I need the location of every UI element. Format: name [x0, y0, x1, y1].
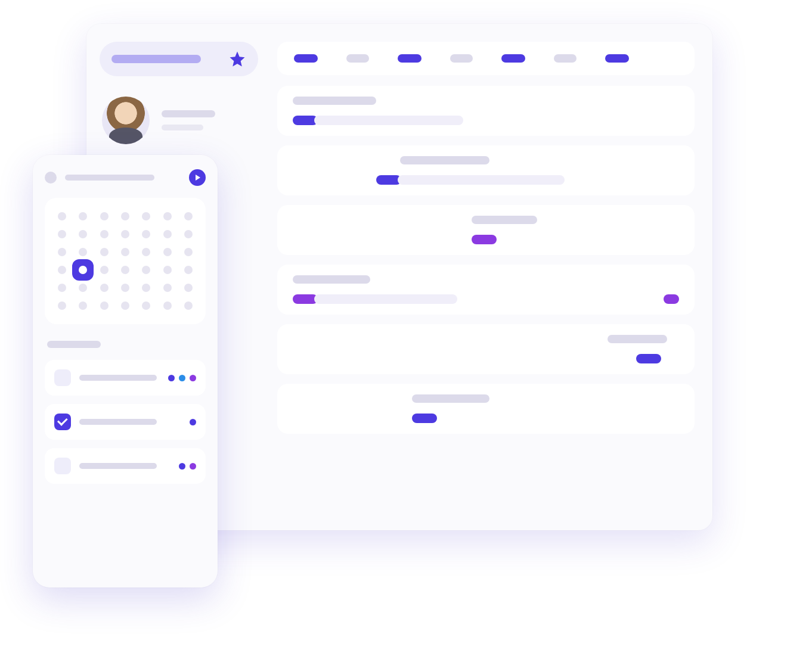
calendar-day[interactable]	[121, 266, 129, 274]
profile-text	[162, 110, 256, 130]
calendar-day[interactable]	[163, 301, 172, 310]
tab[interactable]	[294, 54, 318, 63]
tag-dot	[190, 375, 196, 381]
progress-chip[interactable]	[664, 294, 679, 304]
search-placeholder	[111, 55, 201, 63]
menu-icon[interactable]	[45, 172, 57, 184]
calendar-day[interactable]	[163, 284, 172, 292]
task-card[interactable]	[45, 404, 206, 440]
task-label	[79, 463, 157, 469]
phone-title	[65, 175, 154, 181]
panel-header	[400, 156, 489, 164]
tag-dot	[190, 419, 196, 425]
calendar-day[interactable]	[79, 301, 87, 310]
calendar-day[interactable]	[58, 301, 66, 310]
calendar-day[interactable]	[163, 230, 172, 238]
panel-progress-row	[293, 414, 679, 423]
calendar-day[interactable]	[184, 284, 193, 292]
content-panel	[277, 145, 695, 195]
checkbox-icon[interactable]	[54, 369, 71, 386]
calendar-day[interactable]	[142, 212, 150, 220]
calendar-day[interactable]	[100, 248, 109, 256]
panels-container	[277, 86, 695, 434]
progress-chip[interactable]	[412, 414, 437, 423]
tasks-list	[45, 360, 206, 484]
tab[interactable]	[605, 54, 629, 63]
calendar-day[interactable]	[142, 284, 150, 292]
calendar-day[interactable]	[121, 230, 129, 238]
calendar-day[interactable]	[121, 248, 129, 256]
tab[interactable]	[501, 54, 525, 63]
profile-row[interactable]	[100, 91, 258, 150]
phone-header	[45, 169, 206, 186]
avatar	[102, 97, 150, 144]
panel-progress-row	[293, 354, 679, 363]
calendar-day[interactable]	[79, 230, 87, 238]
panel-progress-row	[293, 175, 679, 185]
profile-subtitle	[162, 125, 203, 130]
calendar-day[interactable]	[163, 212, 172, 220]
checkbox-icon[interactable]	[54, 458, 71, 474]
calendar-day[interactable]	[142, 248, 150, 256]
calendar-day[interactable]	[163, 266, 172, 274]
panel-header	[472, 216, 537, 224]
panel-progress-row	[293, 235, 679, 244]
calendar-day[interactable]	[58, 248, 66, 256]
calendar-day[interactable]	[142, 301, 150, 310]
calendar-day[interactable]	[58, 212, 66, 220]
calendar-day[interactable]	[121, 301, 129, 310]
progress-chip[interactable]	[636, 354, 661, 363]
calendar-day[interactable]	[184, 230, 193, 238]
calendar-day[interactable]	[79, 248, 87, 256]
calendar-day[interactable]	[100, 301, 109, 310]
progress-chip[interactable]	[472, 235, 497, 244]
panel-progress-row	[293, 116, 679, 125]
progress-track	[398, 175, 565, 185]
calendar-day[interactable]	[121, 284, 129, 292]
calendar-day[interactable]	[79, 284, 87, 292]
content-panel	[277, 205, 695, 255]
tag-dot	[190, 463, 196, 470]
calendar-day[interactable]	[100, 284, 109, 292]
content-panel	[277, 384, 695, 434]
tasks-section-label	[47, 341, 101, 348]
progress-track	[314, 116, 463, 125]
content-panel	[277, 265, 695, 315]
star-icon[interactable]	[228, 50, 246, 68]
calendar-day[interactable]	[79, 212, 87, 220]
calendar-day[interactable]	[142, 266, 150, 274]
tab[interactable]	[346, 54, 369, 63]
calendar-day[interactable]	[184, 266, 193, 274]
calendar-day[interactable]	[100, 212, 109, 220]
calendar-day[interactable]	[184, 301, 193, 310]
tag-dot	[179, 375, 185, 381]
tab[interactable]	[450, 54, 473, 63]
calendar-day[interactable]	[58, 284, 66, 292]
play-icon[interactable]	[189, 169, 206, 186]
calendar-grid	[55, 212, 195, 310]
calendar-day[interactable]	[58, 266, 66, 274]
calendar-day[interactable]	[142, 230, 150, 238]
panel-header	[608, 335, 667, 343]
task-tags	[190, 419, 196, 425]
checkbox-checked-icon[interactable]	[54, 414, 71, 430]
profile-name	[162, 110, 215, 117]
task-label	[79, 375, 157, 381]
calendar-day[interactable]	[184, 212, 193, 220]
calendar-day[interactable]	[100, 230, 109, 238]
tab-bar	[277, 42, 695, 75]
calendar-day-selected[interactable]	[72, 259, 94, 281]
tab[interactable]	[554, 54, 577, 63]
calendar-day[interactable]	[121, 212, 129, 220]
task-card[interactable]	[45, 448, 206, 484]
task-card[interactable]	[45, 360, 206, 396]
panel-header	[293, 97, 376, 105]
search-field[interactable]	[100, 42, 258, 76]
calendar-day[interactable]	[163, 248, 172, 256]
calendar-day[interactable]	[100, 266, 109, 274]
calendar-day[interactable]	[58, 230, 66, 238]
tab[interactable]	[398, 54, 422, 63]
calendar-day[interactable]	[184, 248, 193, 256]
panel-header	[293, 275, 370, 284]
tag-dot	[168, 375, 175, 381]
